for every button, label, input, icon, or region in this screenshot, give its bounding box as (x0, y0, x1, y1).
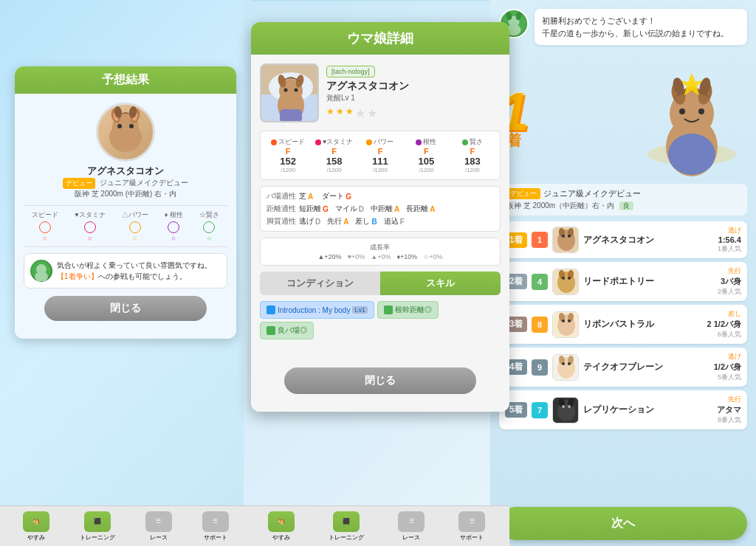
result-name-2: リードポエトリー (583, 275, 713, 288)
uma-char-name: アグネスタコオン (326, 80, 501, 93)
stat-grit: ♦ 根性 ○ (165, 210, 183, 242)
center-race-icon: ☰ (398, 511, 425, 532)
aptitude-grid: バ場適性 芝 A ダート G 距離適性 短距離 G マイル D (260, 186, 501, 232)
stat-power: △パワー ○ (122, 210, 148, 242)
result-avatar-3 (552, 311, 579, 338)
star-1: ★ (326, 106, 334, 120)
skill-green-icon-1 (384, 305, 393, 314)
surface-aptitude: バ場適性 芝 A ダート G (267, 191, 494, 201)
stat-speed: スピード ○ (32, 210, 58, 242)
stars-row: ★ ★ ★ ★ ★ (326, 106, 501, 120)
uma-portrait (260, 63, 319, 122)
horse-btn-label: やすみ (27, 533, 45, 542)
result-name-5: レプリケーション (583, 404, 712, 416)
stat-stamina: ♥スタミナ ○ (75, 210, 105, 242)
stats-grid: スピード F 152 /1200 ♥スタミナ F 158 /1200 パワー F… (260, 131, 501, 180)
horse-avatar (96, 103, 155, 162)
star-2: ★ (336, 106, 344, 120)
trainer-tag: [tach-nology] (326, 66, 375, 77)
race-details: 阪神 芝 2000m（中距離）右・内 良 (506, 201, 740, 211)
uma-info-row: [tach-nology] アグネスタコオン 覚醒Lv 1 ★ ★ ★ ★ ★ (260, 63, 501, 123)
result-name-4: テイクオフブレーン (583, 361, 709, 373)
result-right-3: 差し 2 1/2バ身 6番人気 (707, 309, 741, 339)
center-bottom-train[interactable]: ⬛ トレーニング (329, 511, 364, 542)
center-close-button[interactable]: 閉じる (284, 367, 477, 394)
left-close-button[interactable]: 閉じる (44, 296, 207, 321)
svg-point-58 (562, 319, 565, 322)
svg-point-44 (562, 235, 565, 238)
result-right-4: 逃げ 1/2バ身 5番人気 (714, 352, 741, 382)
svg-point-65 (562, 362, 565, 365)
avatar-svg (31, 260, 52, 281)
support-btn-label: サポート (204, 533, 227, 542)
support-icon: ☰ (202, 511, 229, 532)
horse-num-7: 7 (532, 402, 548, 418)
result-item-3: 3着 8 リボンバストラル 差し 2 1/2バ身 6番人気 (499, 305, 747, 344)
center-support-label: サポート (460, 533, 484, 542)
speed-icon (39, 221, 51, 233)
stat-cell-stamina: ♥スタミナ F 158 /1200 (312, 137, 355, 173)
skill-row-1: Introduction : My body Lv1 根幹距離◎ (260, 301, 501, 319)
center-bottom-support[interactable]: ☰ サポート (458, 511, 485, 542)
skill-distance: 根幹距離◎ (377, 301, 439, 319)
skill-blue-icon (267, 305, 275, 314)
left-debut-info: デビュー ジュニア級メイクデビュー 阪神 芝 2000m (中距離) 右・内 (63, 178, 188, 199)
skill-track: 良バ場◎ (260, 322, 314, 339)
race-info-bar: デビュー ジュニア級メイクデビュー 阪神 芝 2000m（中距離）右・内 良 (499, 184, 747, 215)
tab-skill[interactable]: スキル (380, 272, 501, 295)
bottom-support-btn[interactable]: ☰ サポート (202, 511, 229, 542)
running-aptitude: 脚質適性 逃げ D 先行 A 差し B 追込 F (267, 216, 494, 227)
uma-detail-header: ウマ娘詳細 (251, 22, 509, 55)
svg-point-36 (698, 108, 704, 114)
results-list: 1着 1 アグネスタコオン 逃げ 1:56.4 1番人気 (490, 221, 756, 501)
race-debut-badge: デビュー (506, 188, 540, 199)
horse-num-9: 9 (532, 359, 548, 376)
horse-face-svg (100, 106, 151, 158)
left-debut-race: ジュニア級メイクデビュー (100, 179, 188, 187)
grit-dot (416, 139, 422, 145)
svg-point-35 (679, 108, 685, 114)
result-item-1: 1着 1 アグネスタコオン 逃げ 1:56.4 1番人気 (499, 221, 747, 258)
svg-point-72 (562, 405, 565, 408)
next-button[interactable]: 次へ (499, 507, 747, 540)
horse-num-8: 8 (532, 317, 548, 333)
result-item-5: 5着 7 レプリケーション 先行 アタマ 8番人気 (499, 390, 747, 429)
result-horse-area (536, 58, 747, 176)
svg-point-52 (568, 277, 571, 280)
center-horse-label: やすみ (272, 533, 290, 542)
bottom-horse-btn[interactable]: 🐴 やすみ (23, 511, 49, 542)
wisdom-dot (462, 139, 468, 145)
uma-detail-panel: ウマ娘詳細 (251, 22, 509, 412)
race-info-top: デビュー ジュニア級メイクデビュー (506, 188, 740, 199)
result-avatar-5 (552, 397, 579, 424)
train-btn-label: トレーニング (80, 533, 115, 542)
svg-point-37 (668, 134, 715, 175)
power-icon (129, 221, 141, 233)
awakening-level: 覚醒Lv 1 (326, 93, 501, 103)
center-bottom-horse[interactable]: 🐴 やすみ (268, 511, 295, 542)
center-horse-icon: 🐴 (268, 511, 295, 532)
bottom-bar-center: 🐴 やすみ ⬛ トレーニング ☰ レース ☰ サポート (244, 505, 509, 546)
left-stats-row: スピード ○ ♥スタミナ ○ △パワー ○ ♦ 根性 ○ ☆賢さ (24, 205, 227, 247)
skill-row-2: 良バ場◎ (260, 322, 501, 339)
wisdom-icon (203, 221, 215, 233)
bottom-train-btn[interactable]: ⬛ トレーニング (80, 511, 115, 542)
center-bottom-race[interactable]: ☰ レース (398, 511, 425, 542)
skill-introduction: Introduction : My body Lv1 (260, 301, 374, 319)
grit-icon (168, 221, 179, 233)
race-detail: 阪神 芝 2000m（中距離）右・内 (506, 201, 614, 210)
tab-condition[interactable]: コンディション (260, 272, 380, 295)
svg-point-66 (568, 362, 571, 365)
stat-cell-power: パワー F 111 /1200 (359, 137, 402, 173)
uma-details: [tach-nology] アグネスタコオン 覚醒Lv 1 ★ ★ ★ ★ ★ (326, 63, 501, 123)
message-avatar (30, 260, 52, 282)
result-avatar-1 (552, 227, 579, 253)
stamina-dot (315, 139, 321, 145)
left-horse-name: アグネスタコオン (87, 165, 164, 178)
center-train-label: トレーニング (329, 533, 364, 542)
result-item-4: 4着 9 テイクオフブレーン 逃げ 1/2バ身 5番人気 (499, 348, 747, 387)
stat-cell-grit: 根性 F 105 /1200 (405, 137, 447, 173)
bottom-race-btn[interactable]: ☰ レース (145, 511, 172, 542)
stamina-icon (84, 221, 96, 233)
svg-point-22 (295, 89, 298, 92)
